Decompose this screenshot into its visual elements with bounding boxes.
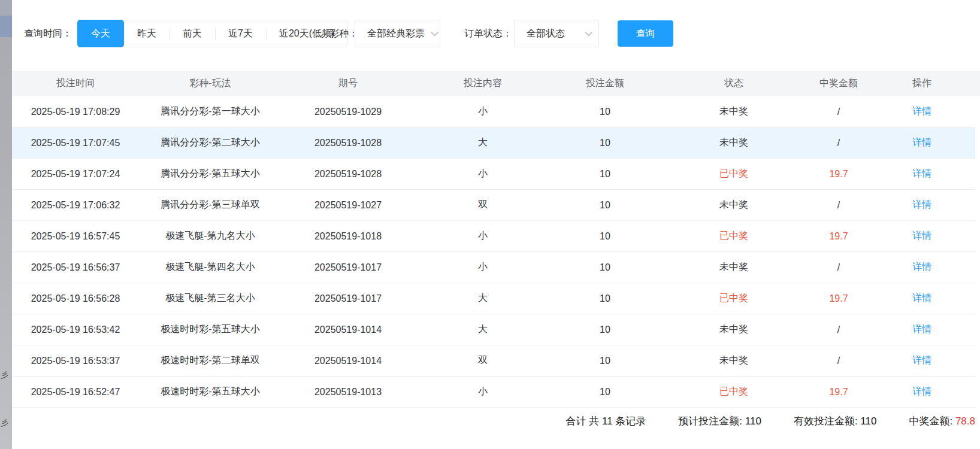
cell-issue: 20250519-1018 xyxy=(282,231,415,242)
detail-link[interactable]: 详情 xyxy=(912,137,931,147)
time-tab-last-7-days[interactable]: 近7天 xyxy=(215,20,266,47)
cell-bet-time: 2025-05-19 16:53:37 xyxy=(12,356,139,366)
cell-status: 已中奖 xyxy=(659,292,809,305)
header-win-amount: 中奖金额 xyxy=(809,77,869,90)
expected-bet-amount: 预计投注金额: 110 xyxy=(678,414,761,428)
cell-bet-amount: 10 xyxy=(551,107,659,117)
expected-bet-label: 预计投注金额: xyxy=(678,415,745,427)
cell-bet-content: 小 xyxy=(415,105,551,118)
cell-issue: 20250519-1014 xyxy=(282,324,415,335)
filter-bar: 查询时间： 今天 昨天 前天 近7天 近20天(低频) 彩种： 全部经典彩票 订… xyxy=(0,20,980,47)
valid-bet-value: 110 xyxy=(860,415,876,427)
sidebar-text-fragment: 彡 xyxy=(1,369,11,382)
detail-link[interactable]: 详情 xyxy=(912,230,931,241)
cell-issue: 20250519-1017 xyxy=(282,293,415,304)
win-amount-label: 中奖金额: xyxy=(909,415,955,427)
cell-game-play: 极速时时彩-第二球单双 xyxy=(139,354,282,367)
lottery-type-select[interactable]: 全部经典彩票 xyxy=(355,20,440,47)
cell-bet-time: 2025-05-19 16:56:28 xyxy=(12,293,139,304)
table-row: 2025-05-19 17:06:32 腾讯分分彩-第三球单双 20250519… xyxy=(12,190,975,221)
cell-win-amount: / xyxy=(809,200,869,211)
header-issue: 期号 xyxy=(282,77,415,90)
valid-bet-amount: 有效投注金额: 110 xyxy=(794,414,877,428)
table-row: 2025-05-19 16:53:42 极速时时彩-第五球大小 20250519… xyxy=(12,314,975,345)
cell-bet-amount: 10 xyxy=(551,356,659,366)
cell-win-amount: / xyxy=(809,324,869,335)
lottery-type-label: 彩种： xyxy=(329,20,358,47)
cell-status: 已中奖 xyxy=(659,386,809,398)
header-bet-amount: 投注金额 xyxy=(551,77,659,90)
query-time-label: 查询时间： xyxy=(24,20,72,47)
cell-bet-content: 双 xyxy=(415,354,551,367)
search-button[interactable]: 查询 xyxy=(618,20,673,47)
expected-bet-value: 110 xyxy=(745,415,761,427)
table-row: 2025-05-19 16:53:37 极速时时彩-第二球单双 20250519… xyxy=(12,345,975,377)
cell-bet-time: 2025-05-19 17:07:24 xyxy=(12,169,139,180)
cell-bet-amount: 10 xyxy=(551,200,659,211)
betting-records-page: 彡 彡 查询时间： 今天 昨天 前天 近7天 近20天(低频) 彩种： 全部经典… xyxy=(0,0,980,449)
cell-bet-amount: 10 xyxy=(551,293,659,304)
table-body: 2025-05-19 17:08:29 腾讯分分彩-第一球大小 20250519… xyxy=(12,96,975,408)
detail-link[interactable]: 详情 xyxy=(912,106,931,116)
cell-issue: 20250519-1028 xyxy=(282,138,415,148)
detail-link[interactable]: 详情 xyxy=(912,324,931,334)
cell-issue: 20250519-1013 xyxy=(282,387,415,398)
cell-game-play: 极速时时彩-第五球大小 xyxy=(139,386,282,398)
table-row: 2025-05-19 16:57:45 极速飞艇-第九名大小 20250519-… xyxy=(12,221,975,252)
cell-game-play: 极速飞艇-第九名大小 xyxy=(139,230,282,242)
cell-win-amount: / xyxy=(809,262,869,273)
win-amount-total: 中奖金额: 78.8 xyxy=(909,414,975,428)
cell-bet-amount: 10 xyxy=(551,387,659,398)
cell-status: 未中奖 xyxy=(659,323,809,336)
detail-link[interactable]: 详情 xyxy=(912,199,931,210)
detail-link[interactable]: 详情 xyxy=(912,386,931,396)
header-bet-content: 投注内容 xyxy=(415,77,551,90)
cell-bet-content: 大 xyxy=(415,136,551,149)
table-row: 2025-05-19 16:56:37 极速飞艇-第四名大小 20250519-… xyxy=(12,252,975,283)
header-bet-time: 投注时间 xyxy=(12,77,139,90)
detail-link[interactable]: 详情 xyxy=(912,262,931,272)
detail-link[interactable]: 详情 xyxy=(912,168,931,178)
cell-win-amount: 19.7 xyxy=(809,169,869,180)
chevron-down-icon xyxy=(431,29,438,37)
time-tab-today[interactable]: 今天 xyxy=(77,20,124,47)
cell-status: 未中奖 xyxy=(659,136,809,149)
cell-bet-content: 小 xyxy=(415,261,551,274)
cell-status: 已中奖 xyxy=(659,168,809,180)
cell-bet-content: 小 xyxy=(415,386,551,398)
time-tab-day-before[interactable]: 前天 xyxy=(170,20,215,47)
time-tab-yesterday[interactable]: 昨天 xyxy=(124,20,170,47)
order-status-label: 订单状态： xyxy=(464,20,512,47)
header-action: 操作 xyxy=(869,77,975,90)
table-row: 2025-05-19 17:07:45 腾讯分分彩-第二球大小 20250519… xyxy=(12,128,975,159)
cell-bet-time: 2025-05-19 16:57:45 xyxy=(12,231,139,242)
cell-bet-amount: 10 xyxy=(551,169,659,180)
order-status-value: 全部状态 xyxy=(527,28,565,40)
cell-bet-time: 2025-05-19 16:53:42 xyxy=(12,324,139,335)
cell-bet-amount: 10 xyxy=(551,324,659,335)
clipped-sidebar-strip: 彡 彡 xyxy=(0,0,12,449)
table-row: 2025-05-19 16:56:28 极速飞艇-第三名大小 20250519-… xyxy=(12,283,975,314)
cell-status: 已中奖 xyxy=(659,230,809,242)
sidebar-text-fragment: 彡 xyxy=(1,417,11,430)
cell-win-amount: / xyxy=(809,138,869,148)
cell-status: 未中奖 xyxy=(659,354,809,367)
cell-bet-content: 大 xyxy=(415,323,551,336)
detail-link[interactable]: 详情 xyxy=(912,293,931,303)
table-row: 2025-05-19 17:08:29 腾讯分分彩-第一球大小 20250519… xyxy=(12,96,975,128)
detail-link[interactable]: 详情 xyxy=(912,355,931,365)
cell-game-play: 腾讯分分彩-第一球大小 xyxy=(139,105,282,118)
chevron-down-icon xyxy=(585,29,592,37)
cell-bet-time: 2025-05-19 17:08:29 xyxy=(12,107,139,117)
header-game-play: 彩种-玩法 xyxy=(139,77,282,90)
cell-win-amount: 19.7 xyxy=(809,293,869,304)
cell-game-play: 极速时时彩-第五球大小 xyxy=(139,323,282,336)
cell-bet-amount: 10 xyxy=(551,231,659,242)
cell-issue: 20250519-1027 xyxy=(282,200,415,211)
cell-win-amount: / xyxy=(809,356,869,366)
sidebar-block-top xyxy=(0,0,12,16)
header-status: 状态 xyxy=(659,77,809,90)
cell-status: 未中奖 xyxy=(659,105,809,118)
cell-bet-amount: 10 xyxy=(551,262,659,273)
order-status-select[interactable]: 全部状态 xyxy=(514,20,599,47)
